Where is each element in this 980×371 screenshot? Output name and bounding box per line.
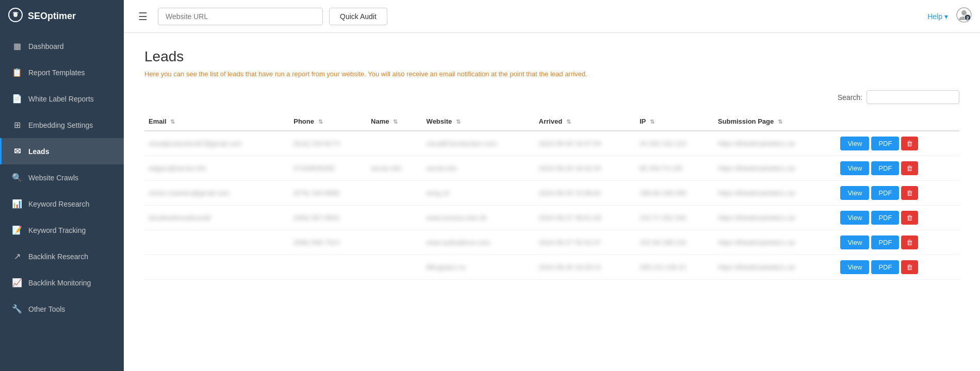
cell-name-5 bbox=[367, 255, 422, 280]
view-button-0[interactable]: View bbox=[840, 137, 869, 150]
cell-arrived-5: 2024-09-26 18:29:14 bbox=[535, 255, 635, 280]
leads-table: Email ⇅Phone ⇅Name ⇅Website ⇅Arrived ⇅IP… bbox=[144, 112, 959, 280]
sidebar-icon-backlink-monitoring: 📈 bbox=[12, 278, 22, 288]
search-bar: Search: bbox=[144, 90, 959, 104]
sidebar-item-keyword-research[interactable]: 📊Keyword Research bbox=[0, 191, 124, 217]
cell-email-3: dncdinedinsudivovdir bbox=[144, 206, 289, 230]
action-btns-1: View PDF 🗑 bbox=[840, 161, 955, 175]
hamburger-button[interactable]: ☰ bbox=[134, 6, 152, 27]
table-row: edgars@serols.info07434630435serols.info… bbox=[144, 156, 959, 181]
page-title: Leads bbox=[144, 48, 959, 65]
col-header-name[interactable]: Name ⇅ bbox=[367, 112, 422, 131]
sidebar-item-other-tools[interactable]: 🔧Other Tools bbox=[0, 296, 124, 322]
sidebar-label-keyword-research: Keyword Research bbox=[28, 200, 89, 208]
cell-phone-5 bbox=[289, 255, 367, 280]
cell-website-2: wmg.ch bbox=[422, 181, 535, 206]
cell-ip-3: 210.17.252.164 bbox=[635, 206, 714, 230]
help-label: Help bbox=[927, 12, 942, 21]
cell-name-4 bbox=[367, 230, 422, 255]
pdf-button-4[interactable]: PDF bbox=[871, 235, 899, 249]
sidebar-label-keyword-tracking: Keyword Tracking bbox=[28, 226, 86, 234]
sidebar-icon-embedding-settings: ⊞ bbox=[12, 120, 22, 130]
sidebar-label-leads: Leads bbox=[28, 147, 49, 156]
cell-actions-1: View PDF 🗑 bbox=[836, 156, 959, 181]
col-header-phone[interactable]: Phone ⇅ bbox=[289, 112, 367, 131]
sidebar-label-white-label-reports: White Label Reports bbox=[28, 95, 94, 103]
view-button-2[interactable]: View bbox=[840, 186, 869, 200]
sidebar-icon-keyword-tracking: 📝 bbox=[12, 225, 22, 235]
sidebar-icon-leads: ✉ bbox=[12, 146, 22, 156]
cell-actions-4: View PDF 🗑 bbox=[836, 230, 959, 255]
sidebar-item-backlink-research[interactable]: ↗Backlink Research bbox=[0, 243, 124, 269]
cell-name-3 bbox=[367, 206, 422, 230]
sidebar-item-embedding-settings[interactable]: ⊞Embedding Settings bbox=[0, 112, 124, 138]
delete-button-5[interactable]: 🗑 bbox=[901, 260, 918, 274]
logo-area: SEOptimer bbox=[0, 0, 124, 33]
user-icon[interactable]: 2 bbox=[956, 7, 972, 26]
sidebar-item-leads[interactable]: ✉Leads bbox=[0, 138, 124, 164]
view-button-5[interactable]: View bbox=[840, 260, 869, 274]
sort-icon: ⇅ bbox=[170, 119, 175, 125]
delete-button-0[interactable]: 🗑 bbox=[901, 137, 918, 150]
table-row: simon.chanton@gmail.com(579) 194-6680wmg… bbox=[144, 181, 959, 206]
cell-name-1: serols.info bbox=[367, 156, 422, 181]
sidebar-label-dashboard: Dashboard bbox=[28, 42, 64, 50]
svg-point-3 bbox=[961, 10, 967, 15]
delete-button-4[interactable]: 🗑 bbox=[901, 235, 918, 249]
delete-button-1[interactable]: 🗑 bbox=[901, 161, 918, 175]
col-header-email[interactable]: Email ⇅ bbox=[144, 112, 289, 131]
sort-icon: ⇅ bbox=[393, 119, 398, 125]
sidebar-item-keyword-tracking[interactable]: 📝Keyword Tracking bbox=[0, 217, 124, 243]
pdf-button-2[interactable]: PDF bbox=[871, 186, 899, 200]
cell-ip-1: 85.254.74.135 bbox=[635, 156, 714, 181]
action-btns-3: View PDF 🗑 bbox=[840, 211, 955, 225]
cell-submission_page-0: https://theebmarketers.ca/ bbox=[714, 131, 837, 156]
col-header-submission_page[interactable]: Submission Page ⇅ bbox=[714, 112, 837, 131]
pdf-button-5[interactable]: PDF bbox=[871, 260, 899, 274]
cell-arrived-3: 2024-09-27 08:51:28 bbox=[535, 206, 635, 230]
sidebar-label-backlink-monitoring: Backlink Monitoring bbox=[28, 279, 91, 287]
col-header-website[interactable]: Website ⇅ bbox=[422, 112, 535, 131]
cell-website-0: visual87production.com bbox=[422, 131, 535, 156]
help-arrow: ▾ bbox=[944, 12, 948, 21]
svg-text:2: 2 bbox=[966, 15, 969, 21]
cell-arrived-1: 2024-09-29 16:42:34 bbox=[535, 156, 635, 181]
header-right: Help ▾ 2 bbox=[927, 7, 972, 26]
sidebar-icon-white-label-reports: 📄 bbox=[12, 94, 22, 104]
sidebar-item-backlink-monitoring[interactable]: 📈Backlink Monitoring bbox=[0, 269, 124, 296]
action-btns-0: View PDF 🗑 bbox=[840, 137, 955, 150]
sort-icon: ⇅ bbox=[456, 119, 461, 125]
view-button-1[interactable]: View bbox=[840, 161, 869, 175]
sort-icon: ⇅ bbox=[318, 119, 323, 125]
sidebar-icon-dashboard: ▦ bbox=[12, 41, 22, 51]
sidebar-item-website-crawls[interactable]: 🔍Website Crawls bbox=[0, 164, 124, 191]
cell-ip-2: 188.60.189.200 bbox=[635, 181, 714, 206]
cell-website-3: www.invictus.edu.hk bbox=[422, 206, 535, 230]
sidebar-icon-report-templates: 📋 bbox=[12, 68, 22, 77]
cell-arrived-4: 2024-09-27 05:41:07 bbox=[535, 230, 635, 255]
svg-point-1 bbox=[13, 13, 18, 17]
cell-ip-5: 209.121.140.22 bbox=[635, 255, 714, 280]
search-input[interactable] bbox=[867, 90, 959, 104]
quick-audit-button[interactable]: Quick Audit bbox=[329, 8, 387, 25]
pdf-button-3[interactable]: PDF bbox=[871, 211, 899, 225]
delete-button-2[interactable]: 🗑 bbox=[901, 186, 918, 200]
col-header-ip[interactable]: IP ⇅ bbox=[635, 112, 714, 131]
page-description: Here you can see the list of leads that … bbox=[144, 70, 959, 78]
sidebar-item-white-label-reports[interactable]: 📄White Label Reports bbox=[0, 86, 124, 112]
sort-icon: ⇅ bbox=[650, 119, 655, 125]
help-button[interactable]: Help ▾ bbox=[927, 12, 948, 21]
view-button-3[interactable]: View bbox=[840, 211, 869, 225]
cell-ip-0: 24.202.152.123 bbox=[635, 131, 714, 156]
col-header-arrived[interactable]: Arrived ⇅ bbox=[535, 112, 635, 131]
view-button-4[interactable]: View bbox=[840, 235, 869, 249]
sidebar-item-report-templates[interactable]: 📋Report Templates bbox=[0, 59, 124, 86]
website-url-input[interactable] bbox=[158, 8, 323, 25]
cell-submission_page-3: https://theebmarketers.ca/ bbox=[714, 206, 837, 230]
cell-email-5 bbox=[144, 255, 289, 280]
pdf-button-0[interactable]: PDF bbox=[871, 137, 899, 150]
sidebar-item-dashboard[interactable]: ▦Dashboard bbox=[0, 33, 124, 59]
pdf-button-1[interactable]: PDF bbox=[871, 161, 899, 175]
cell-arrived-2: 2024-09-29 15:08:02 bbox=[535, 181, 635, 206]
delete-button-3[interactable]: 🗑 bbox=[901, 211, 918, 225]
